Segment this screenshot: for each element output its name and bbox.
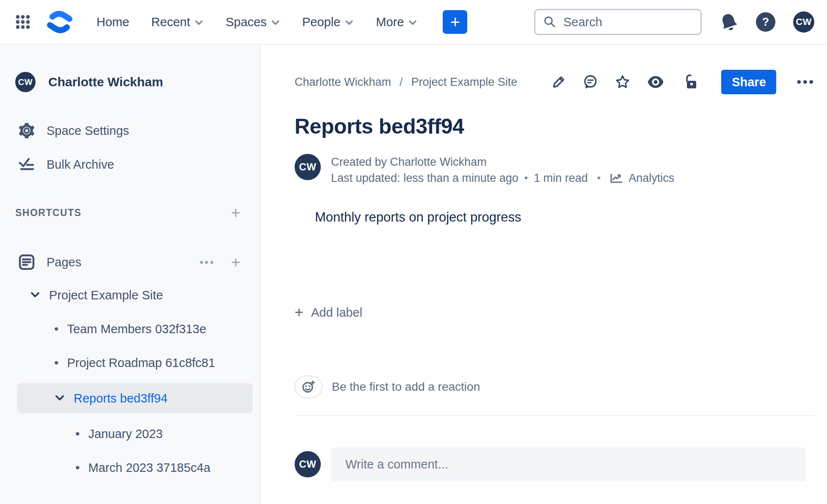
breadcrumb-item[interactable]: Charlotte Wickham (295, 76, 391, 89)
page-more-icon[interactable]: ••• (797, 75, 815, 89)
reactions-section: Be the first to add a reaction (295, 375, 815, 398)
nav-item-label: Recent (151, 15, 190, 29)
page-tree: Project Example Site • Team Members 032f… (0, 282, 260, 481)
bullet-icon: • (75, 427, 80, 440)
shortcuts-title: SHORTCUTS (15, 207, 82, 219)
sidebar-item-label: Space Settings (47, 124, 129, 138)
tree-item-project-roadmap[interactable]: • Project Roadmap 61c8fc81 (17, 349, 253, 376)
tree-item-reports-selected[interactable]: Reports bed3ff94 (17, 383, 253, 414)
reaction-prompt-text: Be the first to add a reaction (332, 380, 480, 394)
unlocked-padlock-icon[interactable] (683, 74, 699, 90)
dot-separator: • (524, 170, 528, 186)
breadcrumb-separator: / (400, 76, 403, 89)
analytics-link[interactable]: Analytics (610, 170, 674, 186)
add-reaction-button[interactable] (295, 375, 323, 398)
chevron-down-icon (345, 18, 354, 26)
help-button[interactable]: ? (756, 12, 775, 32)
create-button[interactable]: + (443, 10, 467, 34)
chevron-down-icon[interactable] (54, 394, 65, 402)
chevron-down-icon[interactable] (30, 291, 41, 299)
search-icon (543, 15, 557, 29)
space-name: Charlotte Wickham (48, 75, 163, 89)
tree-item-label: Team Members 032f313e (67, 322, 207, 336)
add-shortcut-icon[interactable]: + (231, 206, 240, 219)
watch-eye-icon[interactable] (647, 75, 664, 89)
tree-item-project-example-site[interactable]: Project Example Site (17, 282, 253, 309)
chevron-down-icon (408, 18, 417, 26)
tree-item-label: Project Example Site (49, 288, 163, 302)
smiley-plus-icon (301, 379, 316, 394)
add-page-icon[interactable]: + (231, 256, 240, 268)
favorite-star-icon[interactable] (615, 74, 631, 90)
content-header: Charlotte Wickham / Project Example Site… (295, 68, 815, 96)
sidebar-item-space-settings[interactable]: Space Settings (0, 120, 260, 141)
gear-icon (17, 122, 36, 140)
read-time-text: 1 min read (534, 170, 588, 186)
nav-item-people[interactable]: People (302, 15, 354, 29)
comments-bubble-icon[interactable] (582, 74, 598, 90)
byline: CW Created by Charlotte Wickham Last upd… (295, 154, 815, 186)
bullet-icon: • (54, 356, 59, 369)
help-glyph: ? (762, 16, 769, 29)
space-avatar: CW (15, 72, 36, 92)
sidebar-item-bulk-archive[interactable]: Bulk Archive (0, 154, 260, 175)
nav-item-label: Spaces (226, 15, 267, 29)
share-button[interactable]: Share (721, 70, 776, 94)
pages-more-icon[interactable]: ••• (199, 256, 215, 269)
edit-pencil-icon[interactable] (551, 74, 566, 90)
nav-item-label: Home (96, 15, 129, 29)
nav-item-spaces[interactable]: Spaces (226, 15, 280, 29)
search-box[interactable] (534, 9, 702, 35)
space-profile[interactable]: CW Charlotte Wickham (0, 72, 260, 92)
shortcuts-section-header: SHORTCUTS + (15, 206, 240, 219)
page-content: Charlotte Wickham / Project Example Site… (262, 46, 827, 504)
plus-icon: + (295, 304, 303, 321)
tree-item-label: January 2023 (88, 427, 163, 441)
add-label-text: Add label (311, 306, 362, 320)
last-updated-text[interactable]: Last updated: less than a minute ago (331, 170, 518, 186)
sidebar-item-label: Bulk Archive (47, 158, 114, 172)
bullet-icon: • (75, 461, 80, 474)
bulk-archive-icon (17, 156, 36, 173)
comment-section: CW (295, 447, 815, 481)
user-avatar[interactable]: CW (793, 11, 814, 33)
breadcrumb: Charlotte Wickham / Project Example Site (295, 76, 517, 89)
top-navigation-bar: Home Recent Spaces People More + ? CW (0, 0, 827, 45)
tree-item-label: Reports bed3ff94 (74, 392, 168, 405)
page-actions: Share ••• (551, 70, 815, 94)
search-input[interactable] (563, 15, 693, 29)
nav-item-label: People (302, 15, 340, 29)
analytics-chart-icon (610, 172, 623, 184)
bullet-icon: • (54, 323, 59, 335)
notifications-bell-icon[interactable] (717, 10, 741, 34)
nav-item-more[interactable]: More (376, 15, 417, 29)
author-avatar[interactable]: CW (295, 154, 321, 180)
page-title: Reports bed3ff94 (295, 114, 815, 139)
commenter-avatar: CW (295, 451, 321, 477)
analytics-label: Analytics (629, 170, 674, 186)
nav-item-label: More (376, 15, 404, 29)
nav-item-recent[interactable]: Recent (151, 15, 204, 29)
add-label-button[interactable]: + Add label (295, 304, 362, 321)
created-by-text: Created by Charlotte Wickham (331, 154, 674, 170)
space-sidebar: CW Charlotte Wickham Space Settings Bulk… (0, 46, 261, 504)
app-switcher-icon[interactable] (14, 14, 31, 30)
comments-divider (295, 415, 815, 416)
tree-item-team-members[interactable]: • Team Members 032f313e (17, 315, 253, 342)
pages-section-header[interactable]: Pages ••• + (0, 250, 240, 274)
dot-separator: • (597, 170, 601, 186)
chevron-down-icon (194, 18, 204, 26)
pages-icon (17, 253, 36, 271)
tree-item-label: March 2023 37185c4a (88, 461, 211, 475)
top-nav-right: ? CW (534, 9, 814, 35)
pages-label: Pages (47, 255, 81, 269)
nav-item-home[interactable]: Home (96, 15, 129, 29)
page-body-text: Monthly reports on project progress (295, 210, 815, 225)
comment-input[interactable] (331, 447, 806, 481)
chevron-down-icon (271, 18, 280, 26)
tree-item-january-2023[interactable]: • January 2023 (17, 420, 253, 447)
confluence-logo-icon[interactable] (46, 10, 74, 34)
tree-item-label: Project Roadmap 61c8fc81 (67, 356, 215, 370)
tree-item-march-2023[interactable]: • March 2023 37185c4a (17, 454, 253, 481)
breadcrumb-item[interactable]: Project Example Site (411, 76, 518, 89)
